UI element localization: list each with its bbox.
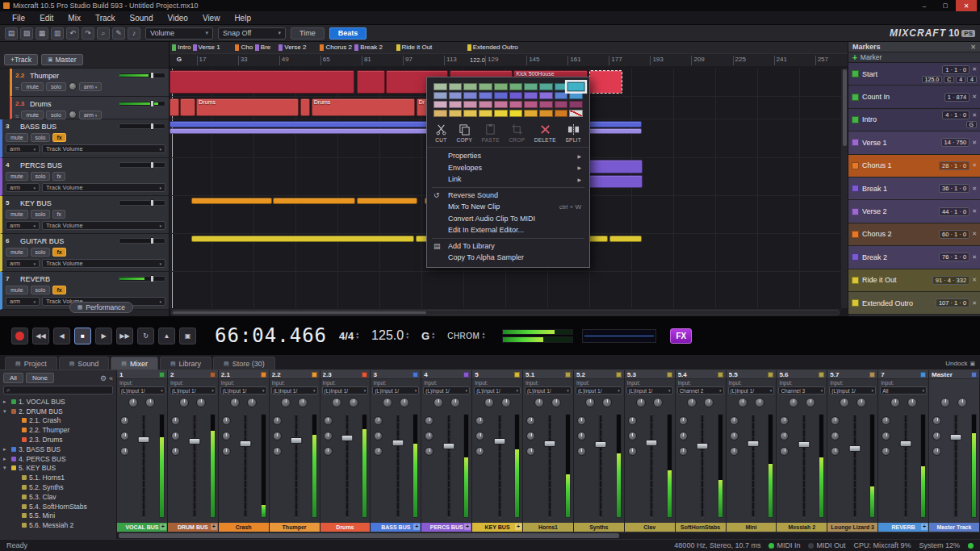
color-swatch[interactable] (539, 101, 553, 108)
pan-knob[interactable] (230, 398, 240, 407)
input-select[interactable]: (L)Input 1/ (423, 386, 470, 394)
eq-knob[interactable] (425, 432, 433, 440)
fader-handle[interactable] (189, 438, 201, 445)
color-swatch[interactable] (463, 92, 477, 99)
marker-row-break-2[interactable]: Break 276 · 1 · 0✕ (848, 246, 980, 269)
timeline-horizontal-scrollbar[interactable] (171, 310, 840, 315)
slider-handle[interactable] (150, 123, 154, 130)
eq-knob[interactable] (780, 432, 789, 440)
track-volume-slider[interactable] (119, 238, 165, 244)
pan-knob[interactable] (636, 398, 646, 407)
channel-header[interactable]: 3 (371, 370, 421, 379)
marker-row-extended-outro[interactable]: Extended Outro107 · 1 · 0✕ (848, 292, 980, 315)
track-volume-slider[interactable] (119, 101, 165, 106)
menu-item-copy-to-alpha-sampler[interactable]: Copy To Alpha Sampler (427, 252, 589, 264)
fx-button[interactable]: fx (52, 133, 65, 142)
draw-icon[interactable]: ✎ (112, 27, 125, 40)
midi-keyboard-icon[interactable]: ♪ (128, 27, 140, 40)
color-swatch[interactable] (524, 92, 538, 99)
master-fx-button[interactable]: FX (670, 328, 692, 344)
channel-header[interactable]: 4 (421, 370, 471, 379)
arm-button[interactable]: arm (79, 111, 103, 119)
slider-handle[interactable] (150, 199, 154, 207)
new-project-icon[interactable]: ▤ (5, 27, 18, 40)
eq-knob[interactable] (273, 416, 282, 425)
clip[interactable] (357, 198, 417, 204)
eq-knob[interactable] (425, 416, 433, 425)
color-swatch[interactable] (555, 83, 568, 90)
fader-handle[interactable] (138, 436, 150, 443)
menu-mix[interactable]: Mix (61, 11, 88, 24)
eq-knob[interactable] (222, 447, 231, 456)
metronome-button[interactable]: ▲ (158, 328, 175, 344)
fast-forward-button[interactable]: ▶▶ (116, 328, 133, 344)
eq-knob[interactable] (831, 416, 840, 425)
track-header-bass-bus[interactable]: 3BASS BUSmutesolofxarmTrack Volume (0, 119, 169, 158)
track-volume-slider[interactable] (119, 162, 165, 168)
marker-delete-icon[interactable]: ✕ (972, 112, 977, 119)
input-select[interactable]: (L)Input 1/ (728, 386, 775, 394)
eq-knob[interactable] (526, 416, 535, 425)
input-select[interactable]: (L)Input 1/ (220, 386, 267, 394)
send-knob[interactable] (145, 398, 155, 407)
channel-header[interactable]: 5.4 (676, 370, 726, 379)
pan-knob[interactable] (433, 398, 443, 407)
color-swatch[interactable] (463, 110, 477, 117)
menu-item-add-to-library[interactable]: ▤Add To Library (427, 240, 589, 253)
color-swatch[interactable] (509, 101, 523, 108)
track-volume-slider[interactable] (119, 123, 165, 129)
pan-knob[interactable] (69, 111, 77, 119)
slider-handle[interactable] (150, 72, 154, 79)
eq-knob[interactable] (273, 432, 282, 440)
send-knob[interactable] (501, 398, 511, 407)
send-knob[interactable] (907, 398, 917, 407)
eq-knob[interactable] (780, 447, 789, 456)
menu-item-link[interactable]: Link▶ (427, 173, 589, 186)
eq-knob[interactable] (475, 447, 484, 456)
fader-handle[interactable] (950, 434, 962, 440)
track-header-thumper[interactable]: 2.2Thumpermutesoloarm (10, 69, 169, 97)
color-swatch[interactable] (463, 83, 477, 90)
clip-drums[interactable]: Drums (312, 98, 415, 116)
eq-knob[interactable] (831, 432, 840, 440)
marker-delete-icon[interactable]: ✕ (972, 277, 977, 283)
color-swatch[interactable] (524, 110, 538, 117)
menu-view[interactable]: View (195, 11, 228, 24)
color-swatch[interactable] (479, 92, 492, 99)
expand-bus-icon[interactable]: + (160, 524, 166, 530)
track-volume-dropdown[interactable]: Track Volume (42, 259, 165, 268)
color-swatch[interactable] (494, 92, 508, 99)
crop-action[interactable]: CROP (509, 123, 525, 143)
tree-item-2-3-drums[interactable]: 2.3. Drums (0, 435, 116, 445)
volume-fader[interactable] (335, 411, 360, 521)
eq-knob[interactable] (171, 447, 180, 456)
input-select[interactable]: (L)Input 1/ (170, 386, 216, 394)
beats-mode-button[interactable]: Beats (329, 27, 367, 40)
open-project-icon[interactable]: ▨ (20, 27, 33, 40)
marker-delete-icon[interactable]: ✕ (972, 162, 977, 169)
solo-button[interactable]: solo (31, 133, 51, 142)
channel-header[interactable]: 5.7 (827, 370, 877, 379)
send-knob[interactable] (551, 398, 561, 407)
mute-button[interactable]: mute (6, 286, 28, 294)
eq-knob[interactable] (120, 432, 129, 440)
mixer-search-input[interactable] (3, 386, 113, 394)
eq-knob[interactable] (475, 432, 484, 440)
pan-knob[interactable] (840, 398, 849, 407)
markers-panel-close-icon[interactable]: ✕ (970, 44, 976, 51)
fx-button[interactable]: fx (52, 210, 65, 219)
fader-handle[interactable] (392, 440, 404, 446)
tree-item-5-4-softhornstabs[interactable]: 5.4. SoftHornStabs (0, 502, 116, 511)
tree-item-2-drum-bus[interactable]: ▾2. DRUM BUS (0, 407, 116, 416)
tree-item-5-5-mini[interactable]: 5.5. Mini (0, 511, 116, 521)
track-volume-slider[interactable] (119, 200, 165, 206)
section-marker-verse-1[interactable]: Verse 1 (193, 44, 220, 51)
volume-fader[interactable] (842, 411, 867, 521)
fader-handle[interactable] (747, 440, 759, 447)
record-button[interactable] (11, 328, 28, 344)
cut-action[interactable]: CUT (435, 123, 447, 143)
eq-knob[interactable] (526, 447, 535, 456)
section-marker-break-2[interactable]: Break 2 (354, 44, 383, 51)
volume-fader[interactable] (182, 411, 207, 521)
solo-button[interactable]: solo (31, 172, 51, 181)
